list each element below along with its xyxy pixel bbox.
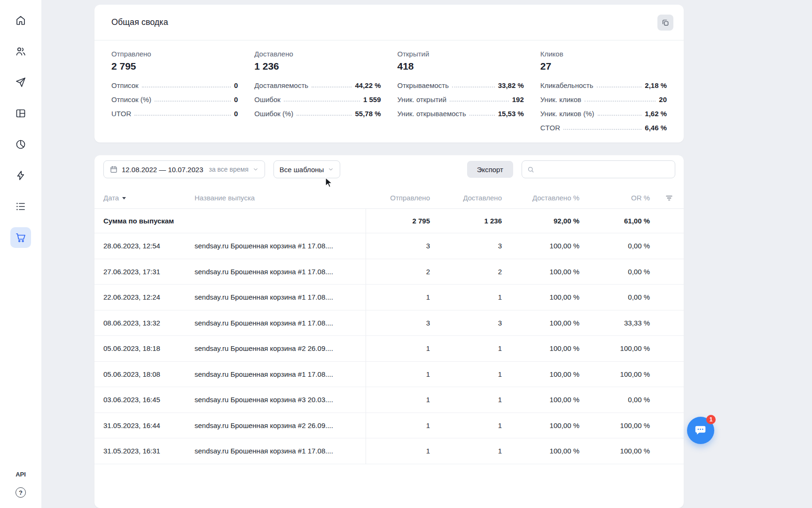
sidebar-item-cart[interactable] [10, 227, 31, 248]
stat-row: Отписок (%) 0 [111, 92, 238, 106]
dotted-leader [155, 101, 231, 102]
row-name: sendsay.ru Брошенная корзина #1 17.08...… [186, 362, 366, 387]
help-icon[interactable]: ? [16, 487, 26, 498]
stat-label: Отправлено [111, 50, 238, 58]
row-delivered-pct: 100,00 % [504, 233, 581, 259]
row-spacer [652, 233, 684, 259]
stat-row-value: 6,46 % [645, 124, 667, 132]
row-date: 31.05.2023, 16:44 [94, 413, 186, 438]
dotted-leader [284, 101, 360, 102]
row-name: sendsay.ru Брошенная корзина #1 17.08...… [186, 259, 366, 285]
row-spacer [652, 259, 684, 285]
row-delivered: 1 [432, 413, 504, 438]
row-spacer [652, 285, 684, 310]
sidebar-item-templates[interactable] [10, 103, 31, 124]
row-name: sendsay.ru Брошенная корзина #1 17.08...… [186, 285, 366, 310]
stat-row-label: Уник. открытий [398, 95, 447, 103]
stat-row-label: Открываемость [398, 81, 449, 89]
sidebar-item-statistics[interactable] [10, 134, 31, 155]
templates-filter-dropdown[interactable]: Все шаблоны [273, 160, 341, 178]
table-row[interactable]: 08.06.2023, 13:32 sendsay.ru Брошенная к… [94, 310, 684, 336]
table-row[interactable]: 05.06.2023, 18:08 sendsay.ru Брошенная к… [94, 362, 684, 388]
dotted-leader [142, 87, 231, 87]
row-spacer [652, 362, 684, 387]
stat-row-value: 0 [234, 110, 238, 118]
table-row[interactable]: 27.06.2023, 17:31 sendsay.ru Брошенная к… [94, 259, 684, 285]
stat-rows: Открываемость 33,82 % Уник. открытий 192… [398, 78, 524, 120]
table-header-row: Дата Название выпуска Отправлено Доставл… [94, 187, 684, 209]
search-input[interactable] [539, 165, 670, 174]
sidebar-item-automation[interactable] [10, 165, 31, 186]
search-box [522, 160, 675, 178]
chat-widget-button[interactable]: 1 [687, 417, 714, 444]
stat-row: Уник. кликов 20 [540, 92, 667, 106]
home-icon [15, 15, 26, 26]
calendar-icon [109, 165, 118, 174]
column-header-name: Название выпуска [186, 187, 366, 208]
copy-button[interactable] [657, 15, 673, 31]
row-delivered-pct: 100,00 % [504, 413, 581, 438]
date-range-value: 12.08.2022 — 10.07.2023 [122, 166, 203, 174]
copy-icon [661, 18, 670, 27]
row-or-pct: 0,00 % [581, 387, 652, 413]
row-or-pct: 100,00 % [581, 413, 652, 438]
sidebar-item-lists[interactable] [10, 196, 31, 217]
stat-row: Уник. открытий 192 [398, 92, 524, 106]
row-sent: 1 [366, 438, 432, 464]
layout-icon [15, 108, 26, 119]
table-row[interactable]: 05.06.2023, 18:18 sendsay.ru Брошенная к… [94, 336, 684, 362]
cart-icon [15, 232, 26, 243]
row-or-pct: 100,00 % [581, 362, 652, 387]
stat-value: 1 236 [254, 61, 381, 72]
row-name: sendsay.ru Брошенная корзина #2 26.09...… [186, 413, 366, 438]
table-row[interactable]: 31.05.2023, 16:44 sendsay.ru Брошенная к… [94, 413, 684, 439]
summary-row-sent: 2 795 [366, 209, 432, 233]
row-sent: 3 [366, 233, 432, 259]
stat-row-value: 20 [659, 95, 667, 103]
row-delivered: 1 [432, 362, 504, 387]
column-settings-button[interactable] [665, 194, 673, 202]
page-title: Общая сводка [111, 17, 168, 27]
row-spacer [652, 438, 684, 464]
row-delivered: 1 [432, 387, 504, 413]
stat-row-label: Уник. кликов (%) [540, 110, 594, 118]
sidebar-item-campaigns[interactable] [10, 72, 31, 93]
row-or-pct: 33,33 % [581, 310, 652, 336]
row-name: sendsay.ru Брошенная корзина #1 17.08...… [186, 233, 366, 259]
row-or-pct: 100,00 % [581, 438, 652, 464]
row-delivered: 3 [432, 310, 504, 336]
column-header-date[interactable]: Дата [94, 187, 186, 208]
column-header-label: Название выпуска [195, 194, 255, 202]
table-row[interactable]: 31.05.2023, 16:31 sendsay.ru Брошенная к… [94, 438, 684, 464]
table-row[interactable]: 22.06.2023, 12:24 sendsay.ru Брошенная к… [94, 285, 684, 310]
sidebar-item-home[interactable] [10, 10, 31, 31]
stat-row-label: Ошибок (%) [254, 110, 293, 118]
send-icon [15, 77, 26, 88]
column-header-label: Доставлено % [532, 194, 579, 202]
dotted-leader [450, 101, 509, 102]
row-or-pct: 100,00 % [581, 336, 652, 361]
sidebar-item-contacts[interactable] [10, 41, 31, 62]
date-range-picker[interactable]: 12.08.2022 — 10.07.2023 за все время [103, 160, 265, 178]
stat-row-value: 192 [512, 95, 524, 103]
filter-lines-icon [665, 194, 673, 202]
dotted-leader [134, 115, 231, 116]
summary-row-name [186, 209, 366, 233]
export-button[interactable]: Экспорт [467, 161, 513, 178]
row-sent: 1 [366, 387, 432, 413]
dotted-leader [585, 101, 656, 102]
row-delivered: 3 [432, 233, 504, 259]
row-name: sendsay.ru Брошенная корзина #1 17.08...… [186, 438, 366, 464]
table-row[interactable]: 28.06.2023, 12:54 sendsay.ru Брошенная к… [94, 233, 684, 259]
reports-table: Дата Название выпуска Отправлено Доставл… [94, 187, 684, 464]
stat-row: Уник. открываемость 15,53 % [398, 106, 524, 120]
stat-row-label: Доставляемость [254, 81, 308, 89]
stat-row: Ошибок 1 559 [254, 92, 381, 106]
summary-stat-column: Открытий 418 Открываемость 33,82 % Уник.… [398, 50, 524, 135]
row-delivered: 2 [432, 259, 504, 285]
api-link[interactable]: API [16, 471, 26, 478]
row-delivered-pct: 100,00 % [504, 285, 581, 310]
table-row[interactable]: 03.06.2023, 16:45 sendsay.ru Брошенная к… [94, 387, 684, 413]
column-header-label: Доставлено [463, 194, 502, 202]
lightning-icon [15, 170, 26, 181]
